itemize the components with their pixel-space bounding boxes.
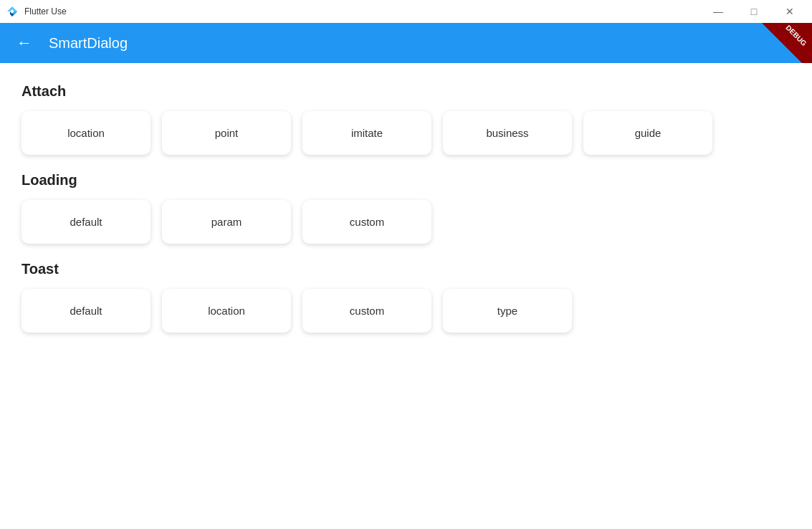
attach-section-title: Attach xyxy=(22,83,790,100)
attach-section: Attach location point imitate business g… xyxy=(22,83,790,155)
toast-default-button[interactable]: default xyxy=(22,289,151,333)
app-bar-title: SmartDialog xyxy=(49,35,128,52)
loading-button-grid: default param custom xyxy=(22,200,790,244)
back-button[interactable]: ← xyxy=(11,30,37,56)
flutter-logo-icon xyxy=(6,5,19,18)
loading-default-button[interactable]: default xyxy=(22,200,151,244)
title-bar-controls: — □ ✕ xyxy=(702,0,806,23)
toast-button-grid: default location custom type xyxy=(22,289,790,333)
debug-corner: DEBUG xyxy=(762,23,812,63)
close-button[interactable]: ✕ xyxy=(773,0,806,23)
loading-section: Loading default param custom xyxy=(22,172,790,244)
toast-location-button[interactable]: location xyxy=(162,289,291,333)
attach-guide-button[interactable]: guide xyxy=(583,111,712,155)
toast-section-title: Toast xyxy=(22,261,790,277)
attach-imitate-button[interactable]: imitate xyxy=(302,111,431,155)
attach-point-button[interactable]: point xyxy=(162,111,291,155)
title-bar: Flutter Use — □ ✕ xyxy=(0,0,812,23)
attach-button-grid: location point imitate business guide xyxy=(22,111,790,155)
loading-custom-button[interactable]: custom xyxy=(302,200,431,244)
attach-business-button[interactable]: business xyxy=(443,111,572,155)
loading-param-button[interactable]: param xyxy=(162,200,291,244)
maximize-button[interactable]: □ xyxy=(737,0,770,23)
loading-section-title: Loading xyxy=(22,172,790,189)
minimize-button[interactable]: — xyxy=(702,0,735,23)
toast-custom-button[interactable]: custom xyxy=(302,289,431,333)
main-content: Attach location point imitate business g… xyxy=(0,63,812,529)
attach-location-button[interactable]: location xyxy=(22,111,151,155)
svg-marker-0 xyxy=(7,6,17,11)
toast-section: Toast default location custom type xyxy=(22,261,790,333)
window-title: Flutter Use xyxy=(24,6,67,16)
app-window: Flutter Use — □ ✕ ← SmartDialog DEBUG At… xyxy=(0,0,812,529)
toast-type-button[interactable]: type xyxy=(443,289,572,333)
title-bar-left: Flutter Use xyxy=(6,5,67,18)
app-bar: ← SmartDialog DEBUG xyxy=(0,23,812,63)
